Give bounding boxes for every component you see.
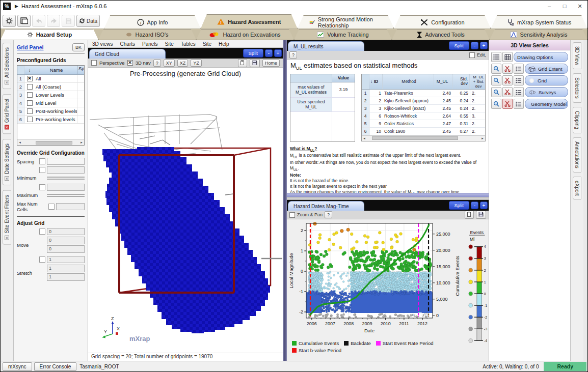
split-button[interactable]: Split (449, 201, 469, 210)
sort-arrow-icon[interactable]: ↓ (24, 67, 35, 73)
minimize-button[interactable]: – (542, 1, 557, 11)
tab-hazard-assessment[interactable]: !Hazard Assessment (201, 14, 298, 28)
menu-site[interactable]: Site (165, 41, 174, 47)
maximum-y-input[interactable] (47, 194, 85, 195)
tab-strong-ground-motion[interactable]: Strong Ground Motion Relationship (298, 15, 394, 28)
minimum-z-input[interactable] (47, 179, 85, 180)
menu-tables[interactable]: Tables (181, 41, 196, 47)
methods-hscrollbar[interactable]: ◄► (362, 135, 485, 141)
move-y-input[interactable]: 0 (47, 237, 85, 244)
save-view-button[interactable] (250, 59, 260, 67)
grid-checkbox[interactable] (27, 117, 33, 122)
series-options-button[interactable] (514, 87, 524, 97)
max-num-cells-checkbox[interactable] (48, 204, 55, 210)
vtab-clipping[interactable]: Clipping (573, 107, 581, 133)
redo-button[interactable] (47, 15, 60, 27)
tab-volume-tracking[interactable]: Volume Tracking (294, 29, 392, 40)
close-icon[interactable]: ✕ (5, 125, 9, 129)
menu-help[interactable]: Help (219, 41, 229, 47)
series-options-button[interactable] (514, 99, 524, 109)
method-table-row[interactable]: 59Order Statistics2.470.312. (362, 120, 485, 128)
maximum-x-input[interactable] (47, 184, 85, 191)
error-console-button[interactable]: Error Console (34, 362, 77, 371)
grid-table-row[interactable]: 5Post-working levels (17, 107, 84, 116)
vtab-annotations[interactable]: Annotations (573, 137, 581, 173)
grid-panel-link[interactable]: Grid Panel (17, 44, 44, 50)
minimum-checkbox[interactable] (39, 167, 45, 173)
mul-results-tab[interactable]: M_UL results (288, 41, 364, 51)
method-table-row[interactable]: 11Tate-Pisarenko2.480.252. (362, 90, 485, 97)
tab-sensitivity-analysis[interactable]: Sensitivity Analysis (490, 29, 587, 40)
clip-series-button[interactable] (502, 75, 513, 85)
vtab-all-selections[interactable]: ✕All Selections (3, 43, 11, 89)
xy-view-button[interactable]: XY (164, 60, 175, 67)
perspective-checkbox[interactable] (91, 60, 97, 66)
spacing-input[interactable] (47, 158, 85, 165)
clip-series-button[interactable] (502, 87, 513, 97)
vtab-selectors[interactable]: Selectors (573, 73, 581, 103)
collapse-button[interactable]: - (265, 49, 273, 57)
grid-table-row[interactable]: 6Pre-working levels (17, 116, 84, 124)
grids-table-hscrollbar[interactable]: ◄► (17, 139, 84, 145)
drawing-options-button[interactable]: Drawing Options (514, 52, 568, 62)
vtab-3d-view[interactable]: 3D View (573, 42, 581, 69)
close-icon[interactable]: ✕ (5, 176, 9, 181)
mag-time-tab[interactable]: Hazard Dates Mag-Time (288, 201, 364, 211)
stretch-y-input[interactable]: 1 (47, 265, 85, 272)
move-x-input[interactable]: 0 (47, 228, 85, 235)
grid-table-row[interactable]: 2All (Coarse) (17, 83, 84, 91)
vtab-date-settings[interactable]: ✕Date Settings (3, 139, 11, 185)
mag-time-chart[interactable]: mXrap-2-10122006200720082009201020112012… (288, 220, 463, 338)
help-button[interactable]: ? (289, 51, 297, 59)
settings-button[interactable] (3, 15, 16, 27)
sort-arrow-icon[interactable]: ↓ (370, 79, 372, 84)
home-view-button[interactable]: Home (262, 60, 280, 67)
split-button[interactable]: Split (449, 41, 469, 50)
zoom-pan-checkbox[interactable] (289, 212, 295, 218)
mul-column-header[interactable]: M_UL (434, 74, 452, 89)
nav-checkbox[interactable]: ✕ (127, 60, 133, 66)
help-button[interactable]: ? (325, 211, 332, 218)
undo-button[interactable] (32, 15, 45, 27)
clip-series-button[interactable] (502, 99, 513, 109)
series-surveys-button[interactable]: Surveys (525, 87, 568, 97)
name-column-header[interactable]: Name (35, 67, 77, 73)
menu-charts[interactable]: Charts (120, 41, 135, 47)
mul-bottom-scrollbar[interactable] (287, 193, 489, 197)
menu-panels[interactable]: Panels (142, 41, 158, 47)
menu-site-2[interactable]: Site (203, 41, 211, 47)
expand-button[interactable]: + (480, 42, 488, 49)
mxsync-button[interactable]: mXsync (3, 362, 32, 371)
grid-checkbox[interactable] (27, 84, 33, 90)
grid-checkbox[interactable] (27, 108, 33, 114)
grids-table-header[interactable]: ↓ Name Spa (17, 66, 84, 75)
method-column-header[interactable]: Method (383, 74, 434, 89)
series-options-button[interactable] (514, 64, 524, 74)
series-options-button[interactable] (514, 75, 524, 85)
xz-view-button[interactable]: XZ (177, 60, 189, 67)
zoom-to-series-button[interactable] (491, 99, 501, 109)
back-button[interactable]: BK (72, 43, 85, 51)
tab-configuration[interactable]: Configuration (394, 15, 491, 28)
spacing-column-header[interactable]: Spa (77, 66, 84, 74)
tab-hazard-on-excavations[interactable]: Hazard on Excavations (196, 29, 294, 40)
zoom-to-series-button[interactable] (491, 64, 501, 74)
split-button[interactable]: Split (243, 49, 263, 58)
method-table-row[interactable]: 33Kijko-Sellevoll (exact)2.450.242. (362, 105, 485, 112)
vertical-splitter[interactable] (283, 40, 287, 361)
clip-series-button[interactable] (502, 64, 513, 74)
series-grid-button[interactable]: Grid (525, 75, 568, 85)
tab-advanced-tools[interactable]: Advanced Tools (392, 29, 490, 40)
move-checkbox[interactable] (39, 228, 45, 235)
tab-mxrap-system-status[interactable]: mXrap System Status (491, 15, 587, 28)
close-button[interactable]: ✕ (572, 1, 587, 11)
help-button[interactable]: ? (153, 60, 161, 67)
vtab-export[interactable]: eXport (573, 177, 581, 199)
tab-hazard-setup[interactable]: Hazard Setup (1, 29, 98, 40)
collapse-button[interactable]: - (471, 42, 478, 49)
layout-button[interactable] (17, 15, 31, 27)
refresh-data-button[interactable]: Data (76, 15, 100, 27)
zoom-to-series-button[interactable] (491, 75, 501, 85)
grid-cloud-viewport[interactable]: Pre-Processing (generate Grid Cloud) (88, 68, 283, 353)
std-column-header[interactable]: Std. dev (452, 74, 470, 89)
